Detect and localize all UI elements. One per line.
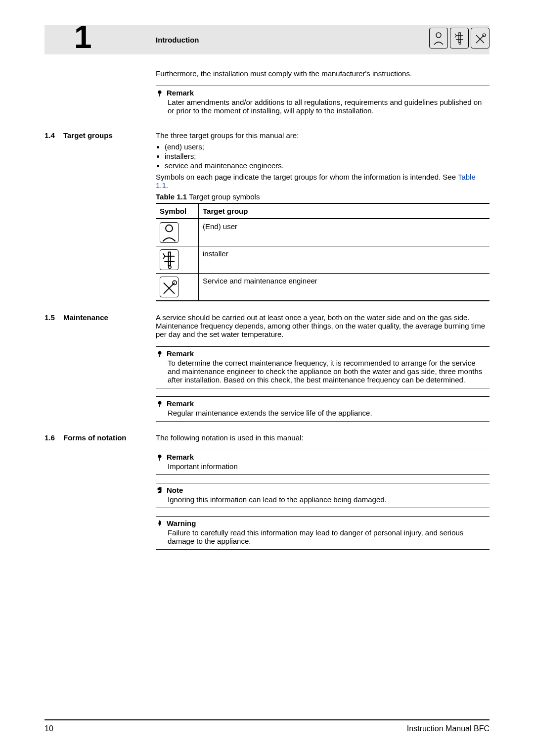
pin-icon <box>156 349 164 358</box>
page-number: 10 <box>44 724 53 733</box>
pin-icon <box>156 88 164 97</box>
col-target-group: Target group <box>199 203 490 219</box>
wrench-icon <box>471 28 490 48</box>
target-groups-intro: The three target groups for this manual … <box>156 131 490 140</box>
notation-warning: Warning Failure to carefully read this i… <box>156 516 490 550</box>
section-1-6-heading: 1.6 Forms of notation <box>44 433 156 550</box>
installer-icon <box>450 28 469 48</box>
flame-icon <box>156 519 164 527</box>
pin-icon <box>156 399 164 408</box>
remark-body: Later amendments and/or additions to all… <box>168 98 490 115</box>
hand-icon <box>156 485 164 494</box>
remark-amendments: Remark Later amendments and/or additions… <box>156 86 490 119</box>
page-footer: 10 Instruction Manual BFC <box>44 719 490 733</box>
table-row: (End) user <box>156 219 490 246</box>
table-caption: Table 1.1 Target group symbols <box>156 192 490 201</box>
symbols-paragraph: Symbols on each page indicate the target… <box>156 173 490 189</box>
list-item: installers; <box>165 152 490 160</box>
user-icon <box>160 222 178 243</box>
document-title: Instruction Manual BFC <box>407 724 490 733</box>
installer-icon <box>160 249 178 270</box>
pin-icon <box>156 452 164 461</box>
intro-paragraph: Furthermore, the installation must compl… <box>156 69 490 78</box>
remark-maintenance-frequency: Remark To determine the correct maintena… <box>156 346 490 388</box>
chapter-number: 1 <box>74 19 92 55</box>
section-1-5-heading: 1.5 Maintenance <box>44 313 156 422</box>
remark-regular-maintenance: Remark Regular maintenance extends the s… <box>156 396 490 422</box>
chapter-title: Introduction <box>156 36 199 44</box>
target-group-table: Symbol Target group (End) user installer… <box>156 203 490 301</box>
notation-remark: Remark Important information <box>156 450 490 475</box>
remark-title: Remark <box>167 89 194 97</box>
section-1-4-heading: 1.4 Target groups <box>44 131 156 301</box>
list-item: (end) users; <box>165 142 490 151</box>
table-row: installer <box>156 246 490 274</box>
notation-intro: The following notation is used in this m… <box>156 433 490 442</box>
target-groups-list: (end) users; installers; service and mai… <box>156 142 490 170</box>
col-symbol: Symbol <box>156 203 199 219</box>
table-row: Service and maintenance engineer <box>156 274 490 301</box>
target-group-icons <box>429 28 490 48</box>
maintenance-paragraph: A service should be carried out at least… <box>156 313 490 338</box>
chapter-header: 1 Introduction <box>44 25 490 54</box>
user-icon <box>429 28 448 48</box>
list-item: service and maintenance engineers. <box>165 161 490 170</box>
wrench-icon <box>160 277 178 297</box>
notation-note: Note Ignoring this information can lead … <box>156 483 490 508</box>
